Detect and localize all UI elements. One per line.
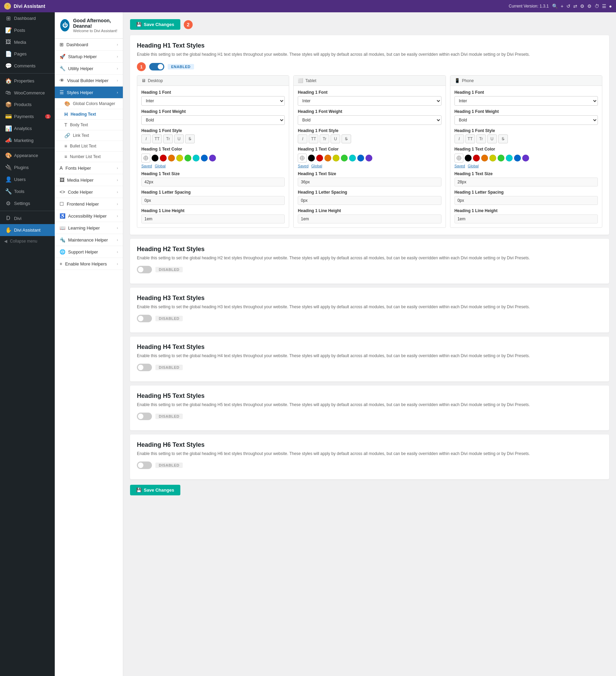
saved-link-phone[interactable]: Saved bbox=[454, 164, 465, 168]
color-green-desktop[interactable] bbox=[184, 155, 191, 161]
sidebar-item-dashboard[interactable]: ⊞ Dashboard bbox=[0, 12, 55, 24]
color-purple-phone[interactable] bbox=[522, 155, 529, 161]
italic-btn-tablet[interactable]: I bbox=[298, 134, 307, 143]
sidebar-item-properties[interactable]: 🏠 Properties bbox=[0, 75, 55, 87]
circle-icon[interactable]: ● bbox=[609, 3, 612, 9]
color-green-tablet[interactable] bbox=[341, 155, 348, 161]
h1-phone-lineheight-input[interactable] bbox=[454, 214, 598, 223]
global-link-desktop[interactable]: Global bbox=[155, 164, 166, 168]
h6-toggle[interactable] bbox=[137, 462, 152, 469]
settings2-icon[interactable]: ⚙ bbox=[587, 3, 592, 9]
tt-btn-tablet[interactable]: TT bbox=[309, 134, 318, 143]
sidebar-item-users[interactable]: 👤 Users bbox=[0, 173, 55, 185]
saved-link-tablet[interactable]: Saved bbox=[298, 164, 308, 168]
italic-btn-desktop[interactable]: I bbox=[141, 134, 151, 143]
plugin-nav-code-helper[interactable]: <> Code Helper › bbox=[55, 186, 123, 198]
h1-desktop-size-input[interactable] bbox=[141, 178, 285, 186]
h1-phone-font-select[interactable]: InterRoboto bbox=[454, 96, 598, 106]
refresh-icon[interactable]: ↺ bbox=[566, 3, 570, 9]
underline-btn-desktop[interactable]: U bbox=[174, 134, 184, 143]
search-icon[interactable]: 🔍 bbox=[552, 3, 558, 9]
sidebar-item-tools[interactable]: 🔧 Tools bbox=[0, 185, 55, 197]
color-red-phone[interactable] bbox=[473, 155, 480, 161]
tt-btn-phone[interactable]: TT bbox=[465, 134, 475, 143]
sidebar-item-media[interactable]: 🖼 Media bbox=[0, 36, 55, 48]
color-purple-desktop[interactable] bbox=[209, 155, 216, 161]
plugin-sub-heading-text[interactable]: H Heading Text bbox=[55, 109, 123, 120]
plugin-nav-accessibility-helper[interactable]: ♿ Accessibility Helper › bbox=[55, 210, 123, 222]
plugin-nav-fonts-helper[interactable]: A Fonts Helper › bbox=[55, 162, 123, 174]
h5-toggle[interactable] bbox=[137, 413, 152, 420]
menu-icon[interactable]: ☰ bbox=[602, 3, 606, 9]
color-red-desktop[interactable] bbox=[160, 155, 167, 161]
tr-btn-tablet[interactable]: Tr bbox=[320, 134, 329, 143]
color-orange-desktop[interactable] bbox=[168, 155, 175, 161]
h1-phone-weight-select[interactable]: BoldNormal bbox=[454, 115, 598, 125]
collapse-menu[interactable]: ◀ Collapse menu bbox=[0, 236, 55, 246]
h1-desktop-weight-select[interactable]: BoldNormalLight bbox=[141, 115, 285, 125]
h1-phone-spacing-input[interactable] bbox=[454, 196, 598, 205]
global-link-phone[interactable]: Global bbox=[468, 164, 479, 168]
tr-btn-desktop[interactable]: Tr bbox=[163, 134, 173, 143]
color-black-desktop[interactable] bbox=[152, 155, 158, 161]
color-blue-phone[interactable] bbox=[514, 155, 521, 161]
h1-tablet-weight-select[interactable]: BoldNormal bbox=[298, 115, 441, 125]
plugin-nav-maintenance-helper[interactable]: 🔩 Maintenance Helper › bbox=[55, 234, 123, 246]
global-link-tablet[interactable]: Global bbox=[311, 164, 322, 168]
h1-phone-size-input[interactable] bbox=[454, 178, 598, 186]
sidebar-item-pages[interactable]: 📄 Pages bbox=[0, 48, 55, 60]
sidebar-item-posts[interactable]: 📝 Posts bbox=[0, 24, 55, 36]
sidebar-item-plugins[interactable]: 🔌 Plugins bbox=[0, 161, 55, 173]
color-red-tablet[interactable] bbox=[316, 155, 323, 161]
h1-desktop-spacing-input[interactable] bbox=[141, 196, 285, 205]
h1-tablet-font-select[interactable]: InterRoboto bbox=[298, 96, 441, 106]
add-icon[interactable]: + bbox=[561, 3, 563, 9]
strikethrough-btn-phone[interactable]: S̶ bbox=[498, 134, 508, 143]
saved-link-desktop[interactable]: Saved bbox=[141, 164, 152, 168]
sync-icon[interactable]: ⇄ bbox=[573, 3, 577, 9]
tr-btn-phone[interactable]: Tr bbox=[476, 134, 486, 143]
color-black-tablet[interactable] bbox=[308, 155, 315, 161]
plugin-sub-global-colors[interactable]: 🎨 Global Colors Manager bbox=[55, 99, 123, 109]
plugin-nav-enable-more[interactable]: + Enable More Helpers › bbox=[55, 258, 123, 270]
sidebar-item-products[interactable]: 📦 Products bbox=[0, 99, 55, 110]
color-orange-phone[interactable] bbox=[481, 155, 488, 161]
sidebar-item-analytics[interactable]: 📊 Analytics bbox=[0, 122, 55, 134]
color-blue-tablet[interactable] bbox=[357, 155, 364, 161]
plugin-nav-media-helper[interactable]: 🖼 Media Helper › bbox=[55, 174, 123, 186]
h1-tablet-color-picker[interactable] bbox=[298, 154, 307, 162]
plugin-nav-dashboard[interactable]: ⊞ Dashboard › bbox=[55, 39, 123, 51]
sidebar-item-divi[interactable]: D Divi bbox=[0, 212, 55, 224]
color-yellow-desktop[interactable] bbox=[176, 155, 183, 161]
h1-tablet-size-input[interactable] bbox=[298, 178, 441, 186]
h3-toggle[interactable] bbox=[137, 315, 152, 322]
settings-icon[interactable]: ⚙ bbox=[580, 3, 585, 9]
plugin-sub-number-list[interactable]: ≡ Number List Text bbox=[55, 152, 123, 162]
tt-btn-desktop[interactable]: TT bbox=[152, 134, 162, 143]
underline-btn-phone[interactable]: U bbox=[487, 134, 497, 143]
color-black-phone[interactable] bbox=[465, 155, 472, 161]
h1-phone-color-picker[interactable] bbox=[454, 154, 463, 162]
h1-tablet-lineheight-input[interactable] bbox=[298, 214, 441, 223]
h4-toggle[interactable] bbox=[137, 364, 152, 371]
color-teal-desktop[interactable] bbox=[193, 155, 200, 161]
color-teal-tablet[interactable] bbox=[349, 155, 356, 161]
color-teal-phone[interactable] bbox=[506, 155, 513, 161]
plugin-sub-link-text[interactable]: 🔗 Link Text bbox=[55, 130, 123, 141]
sidebar-item-settings[interactable]: ⚙ Settings bbox=[0, 197, 55, 209]
plugin-nav-startup-helper[interactable]: 🚀 Startup Helper › bbox=[55, 51, 123, 63]
italic-btn-phone[interactable]: I bbox=[454, 134, 464, 143]
plugin-sub-bullet-list[interactable]: ≡ Bullet List Text bbox=[55, 141, 123, 152]
color-yellow-phone[interactable] bbox=[489, 155, 496, 161]
h1-desktop-font-select[interactable]: InterRobotoOpen Sans bbox=[141, 96, 285, 106]
timer-icon[interactable]: ⏱ bbox=[594, 3, 599, 9]
sidebar-item-divi-assistant[interactable]: ✋ Divi Assistant bbox=[0, 224, 55, 236]
color-yellow-tablet[interactable] bbox=[333, 155, 339, 161]
sidebar-item-payments[interactable]: 💳 Payments 1 bbox=[0, 110, 55, 122]
color-green-phone[interactable] bbox=[498, 155, 504, 161]
strikethrough-btn-desktop[interactable]: S̶ bbox=[185, 134, 195, 143]
strikethrough-btn-tablet[interactable]: S̶ bbox=[342, 134, 351, 143]
sidebar-item-woocommerce[interactable]: 🛍 WooCommerce bbox=[0, 87, 55, 99]
h1-tablet-spacing-input[interactable] bbox=[298, 196, 441, 205]
save-changes-button-bottom[interactable]: 💾 Save Changes bbox=[130, 485, 180, 495]
